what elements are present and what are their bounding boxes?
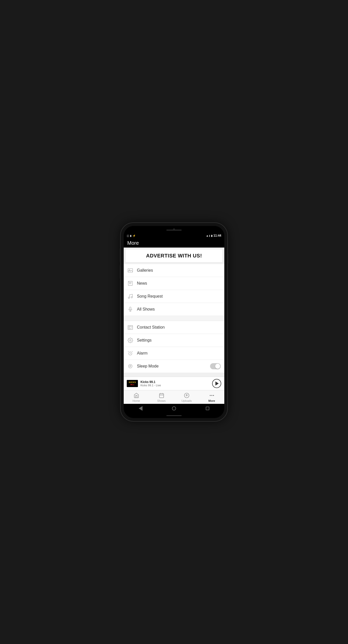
svg-point-35 — [211, 395, 212, 396]
menu-list: Galleries New — [124, 264, 224, 373]
svg-rect-17 — [128, 327, 129, 328]
microphone-icon — [127, 306, 133, 312]
station-info: Kicks 99.1 Kicks 99.1 - Live — [140, 380, 210, 387]
status-right-icons: ▴ ▮ ▮ 11:44 — [207, 234, 221, 237]
speaker — [166, 229, 182, 231]
home-icon — [172, 406, 176, 410]
notif-status-icon: ▮ — [130, 234, 132, 237]
image-status-icon: ◫ — [127, 234, 129, 237]
bolt-status-icon: ⚡ — [133, 234, 136, 237]
svg-rect-18 — [128, 328, 129, 329]
ad-text: ADVERTISE WITH US! — [146, 253, 202, 259]
menu-item-sleep-mode[interactable]: Sleep Mode — [124, 360, 224, 373]
volume-down-button — [120, 265, 121, 279]
nav-item-shows[interactable]: Shows — [149, 390, 174, 404]
nav-item-uploads[interactable]: Uploads — [174, 390, 199, 404]
home-nav-label: Home — [133, 399, 140, 402]
alarm-label: Alarm — [137, 351, 221, 356]
home-button[interactable] — [170, 405, 178, 412]
page-header: More — [124, 238, 224, 248]
camera-area — [124, 226, 224, 233]
more-nav-icon — [209, 392, 215, 398]
building-icon — [127, 324, 133, 330]
menu-item-news[interactable]: News — [124, 277, 224, 290]
news-label: News — [137, 281, 221, 286]
android-nav — [124, 404, 224, 413]
svg-point-7 — [128, 297, 130, 299]
menu-item-contact-station[interactable]: Contact Station — [124, 321, 224, 334]
power-button — [227, 253, 228, 264]
uploads-nav-icon — [184, 392, 190, 398]
status-left-icons: ◫ ▮ ⚡ — [127, 234, 136, 237]
sleep-mode-label: Sleep Mode — [137, 364, 207, 369]
uploads-nav-label: Uploads — [181, 399, 192, 402]
app-content: More ADVERTISE WITH US! — [124, 238, 224, 413]
bottom-nav: Home Shows — [124, 390, 224, 404]
back-icon — [139, 406, 143, 411]
ad-banner[interactable]: ADVERTISE WITH US! — [125, 249, 223, 263]
music-icon — [127, 293, 133, 299]
svg-rect-20 — [131, 328, 132, 329]
recents-icon — [206, 407, 209, 410]
svg-rect-28 — [159, 394, 164, 398]
svg-point-36 — [213, 395, 214, 396]
sleep-mode-toggle[interactable] — [210, 363, 221, 369]
svg-rect-6 — [128, 281, 130, 283]
menu-item-settings[interactable]: Settings — [124, 334, 224, 347]
svg-point-21 — [130, 340, 131, 341]
page-title: More — [127, 240, 139, 246]
song-request-label: Song Request — [137, 294, 221, 299]
back-button[interactable] — [137, 405, 144, 412]
galleries-icon — [127, 267, 133, 273]
shows-nav-icon — [159, 392, 165, 398]
nav-item-more[interactable]: More — [199, 390, 224, 404]
play-button[interactable] — [212, 379, 221, 388]
freq-text: 99.1 — [130, 384, 134, 386]
main-content: ADVERTISE WITH US! Galleries — [124, 248, 224, 377]
now-playing-bar[interactable]: KICKS 99.1 Kicks 99.1 Kicks 99.1 - Live — [124, 377, 224, 390]
battery-icon: ▮ — [211, 234, 213, 237]
phone-bottom — [124, 413, 224, 418]
volume-up-button — [120, 248, 121, 262]
toggle-knob — [215, 364, 220, 369]
svg-point-34 — [210, 395, 211, 396]
nav-item-home[interactable]: Home — [124, 390, 149, 404]
menu-item-alarm[interactable]: Alarm — [124, 347, 224, 360]
settings-label: Settings — [137, 338, 221, 343]
svg-rect-0 — [128, 269, 133, 272]
wifi-icon: ▴ — [207, 234, 208, 237]
bottom-indicator — [166, 415, 182, 416]
station-logo: KICKS 99.1 — [127, 380, 138, 387]
contact-station-label: Contact Station — [137, 325, 221, 330]
settings-icon — [127, 337, 133, 343]
galleries-label: Galleries — [137, 268, 221, 273]
menu-item-all-shows[interactable]: All Shows — [124, 303, 224, 316]
more-nav-label: More — [208, 399, 215, 402]
phone-screen: ◫ ▮ ⚡ ▴ ▮ ▮ 11:44 More ADVERTISE WITH US… — [124, 226, 224, 418]
shows-nav-label: Shows — [157, 399, 166, 402]
station-subtitle: Kicks 99.1 - Live — [140, 384, 210, 387]
menu-item-galleries[interactable]: Galleries — [124, 264, 224, 277]
no-sim-icon: ▮ — [209, 234, 210, 237]
svg-point-8 — [131, 297, 133, 298]
phone-device: ◫ ▮ ⚡ ▴ ▮ ▮ 11:44 More ADVERTISE WITH US… — [121, 223, 227, 421]
recents-button[interactable] — [204, 405, 211, 412]
svg-rect-9 — [130, 307, 131, 310]
clock: 11:44 — [213, 234, 221, 237]
svg-line-23 — [128, 351, 129, 352]
svg-line-24 — [132, 351, 133, 352]
svg-rect-19 — [131, 327, 132, 328]
alarm-icon — [127, 350, 133, 356]
news-icon — [127, 280, 133, 286]
play-icon — [215, 381, 219, 386]
sleep-icon — [127, 363, 133, 369]
all-shows-label: All Shows — [137, 307, 221, 312]
menu-item-song-request[interactable]: Song Request — [124, 290, 224, 303]
svg-rect-16 — [130, 328, 131, 329]
home-nav-icon — [133, 392, 139, 398]
status-bar: ◫ ▮ ⚡ ▴ ▮ ▮ 11:44 — [124, 233, 224, 238]
menu-spacer — [124, 316, 224, 321]
toggle-switch[interactable] — [210, 363, 221, 369]
station-name: Kicks 99.1 — [140, 380, 210, 384]
